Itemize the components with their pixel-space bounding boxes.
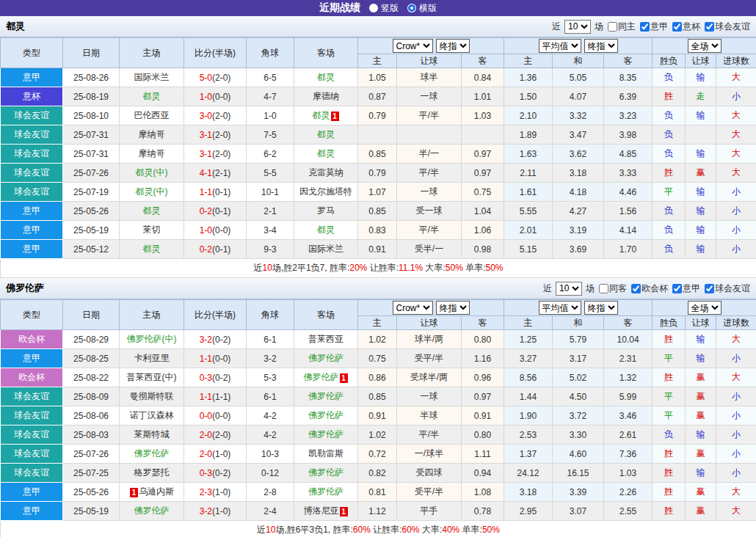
fullmatch-select[interactable]: 全场 bbox=[688, 301, 722, 315]
bookmaker-odds-cell: 0.98 bbox=[462, 240, 504, 259]
team-label: 佛罗伦萨 bbox=[308, 353, 344, 363]
league-filter[interactable]: 意杯 bbox=[669, 21, 700, 33]
same-venue-filter-checkbox[interactable] bbox=[608, 22, 617, 32]
league-filter-checkbox[interactable] bbox=[672, 284, 682, 293]
final-odds-select[interactable]: 终指 bbox=[436, 39, 470, 53]
average-odds-cell: 2.10 bbox=[504, 106, 553, 125]
match-date: 25-08-10 bbox=[63, 106, 120, 125]
team-label: 都灵(中) bbox=[136, 186, 168, 197]
home-team-cell: 佛罗伦萨(中) bbox=[120, 330, 184, 349]
same-venue-filter[interactable]: 同主 bbox=[605, 21, 636, 33]
match-type-badge: 意甲 bbox=[1, 240, 63, 259]
same-venue-filter-label[interactable]: 同主 bbox=[618, 21, 636, 33]
result-cell: 赢 bbox=[686, 368, 716, 387]
team-label: 诺丁汉森林 bbox=[130, 410, 174, 420]
corner-cell: 2-4 bbox=[247, 502, 294, 521]
average-select[interactable]: 平均值 bbox=[539, 301, 581, 315]
away-team-cell: 博洛尼亚1 bbox=[294, 502, 358, 521]
halftime-score: (2-0) bbox=[212, 73, 230, 83]
result-cell: 赢 bbox=[686, 387, 716, 406]
home-team-cell: 都灵 bbox=[120, 240, 184, 259]
home-team-cell: 莱切 bbox=[120, 221, 184, 240]
home-team-cell: 国际米兰 bbox=[120, 68, 184, 87]
score-cell: 5-0(2-0) bbox=[184, 68, 247, 87]
league-filter[interactable]: 意甲 bbox=[669, 282, 700, 295]
league-filter-checkbox[interactable] bbox=[705, 284, 714, 293]
summary-segment: 让胜率: bbox=[367, 263, 399, 273]
match-count-select[interactable]: 10 bbox=[556, 282, 582, 296]
vertical-layout-label[interactable]: 竖版 bbox=[381, 2, 399, 15]
final-odds-select[interactable]: 终指 bbox=[436, 301, 470, 315]
same-venue-filter[interactable]: 同客 bbox=[596, 282, 627, 295]
result-cell: 平 bbox=[653, 387, 686, 406]
average-odds-cell: 4.14 bbox=[604, 221, 653, 240]
final-odds-select[interactable]: 终指 bbox=[584, 301, 618, 315]
col-header-winlose: 胜负 bbox=[653, 54, 686, 68]
corner-cell: 4-7 bbox=[247, 87, 294, 106]
match-date: 25-07-26 bbox=[63, 164, 120, 183]
average-select[interactable]: 平均值 bbox=[539, 39, 581, 53]
league-filter-checkbox[interactable] bbox=[705, 22, 714, 32]
league-filter-label[interactable]: 球会友谊 bbox=[715, 282, 750, 295]
result-cell: 小 bbox=[716, 425, 756, 445]
league-filter-label[interactable]: 意甲 bbox=[683, 282, 700, 295]
league-filter-label[interactable]: 意甲 bbox=[650, 21, 668, 33]
result-cell: 大 bbox=[716, 330, 756, 349]
team-label: 都灵 bbox=[317, 224, 335, 235]
radio-icon[interactable] bbox=[407, 4, 416, 12]
match-type-badge: 球会友谊 bbox=[1, 125, 63, 145]
league-filter-checkbox[interactable] bbox=[631, 284, 641, 293]
match-count-select[interactable]: 10 bbox=[564, 20, 591, 34]
league-filter[interactable]: 球会友谊 bbox=[702, 21, 750, 33]
bookmaker-odds-cell: 受半/一 bbox=[397, 240, 462, 259]
bookmaker-odds-cell: 0.94 bbox=[462, 464, 504, 483]
team-label: 佛罗伦萨 bbox=[308, 486, 344, 497]
league-filter[interactable]: 意甲 bbox=[637, 21, 668, 33]
league-filter-label[interactable]: 欧会杯 bbox=[641, 282, 668, 295]
score-cell: 2-0(1-0) bbox=[184, 445, 247, 464]
average-group-header: 平均值终指 bbox=[504, 300, 653, 316]
filter-near-label: 近 bbox=[552, 21, 561, 33]
horizontal-layout-radio[interactable]: 横版 bbox=[407, 2, 437, 15]
league-filter-label[interactable]: 球会友谊 bbox=[715, 21, 750, 33]
average-odds-cell: 3.39 bbox=[553, 483, 604, 502]
score-cell: 3-0(2-0) bbox=[184, 106, 247, 125]
match-type-badge: 球会友谊 bbox=[1, 406, 63, 425]
halftime-score: (0-0) bbox=[212, 92, 230, 102]
fulltime-score: 0-2 bbox=[200, 206, 212, 216]
result-cell bbox=[686, 125, 716, 145]
home-team-cell: 格罗瑟托 bbox=[120, 464, 184, 483]
match-date: 25-05-26 bbox=[63, 483, 120, 502]
red-card-badge: 1 bbox=[130, 488, 138, 497]
league-filter[interactable]: 球会友谊 bbox=[702, 282, 750, 295]
filter-matches-label: 场 bbox=[586, 282, 595, 295]
horizontal-layout-label[interactable]: 横版 bbox=[419, 2, 437, 15]
fullmatch-select[interactable]: 全场 bbox=[688, 39, 722, 53]
league-filter-checkbox[interactable] bbox=[672, 22, 682, 32]
fulltime-score: 0-3 bbox=[200, 468, 212, 478]
bookmaker-odds-cell: 平/半 bbox=[397, 425, 462, 445]
summary-segment: 让胜率: bbox=[371, 525, 402, 535]
bookmaker-odds-cell: 0.97 bbox=[462, 387, 504, 406]
average-odds-cell: 3.27 bbox=[504, 349, 553, 368]
vertical-layout-radio[interactable]: 竖版 bbox=[369, 2, 399, 15]
average-odds-cell: 2.53 bbox=[504, 425, 553, 445]
league-filter[interactable]: 欧会杯 bbox=[628, 282, 668, 295]
league-filter-label[interactable]: 意杯 bbox=[683, 21, 700, 33]
same-venue-filter-label[interactable]: 同客 bbox=[609, 282, 627, 295]
match-type-badge: 球会友谊 bbox=[1, 183, 63, 202]
bookmaker-select[interactable]: Crow* bbox=[393, 39, 433, 53]
result-cell: 赢 bbox=[686, 502, 716, 521]
radio-icon[interactable] bbox=[369, 4, 378, 12]
table-row: 欧会杯25-08-22普莱西亚(中)0-3(0-2)5-3佛罗伦萨10.86受球… bbox=[1, 368, 756, 387]
final-odds-select[interactable]: 终指 bbox=[584, 39, 618, 53]
league-filter-checkbox[interactable] bbox=[640, 22, 650, 32]
score-cell: 0-3(0-2) bbox=[184, 464, 247, 483]
halftime-score: (0-0) bbox=[212, 411, 230, 421]
average-odds-cell: 3.07 bbox=[553, 502, 604, 521]
same-venue-filter-checkbox[interactable] bbox=[599, 284, 608, 293]
bookmaker-odds-cell: 一/球半 bbox=[397, 445, 462, 464]
bookmaker-select[interactable]: Crow* bbox=[393, 301, 433, 315]
team-label: 都灵 bbox=[317, 148, 335, 158]
score-cell: 1-0(0-0) bbox=[184, 221, 247, 240]
